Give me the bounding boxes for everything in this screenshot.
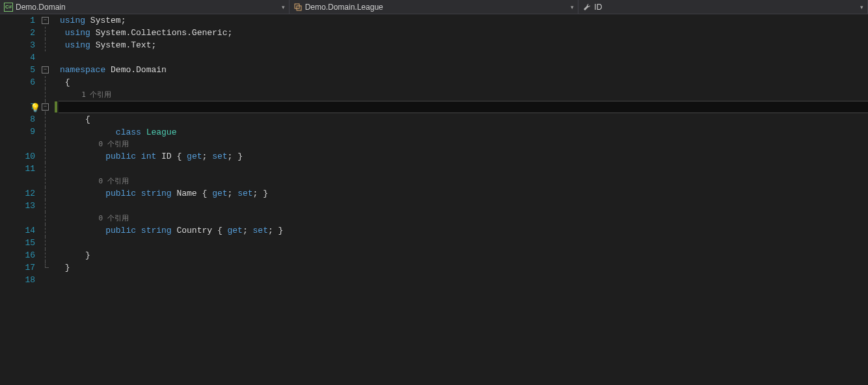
class-dropdown[interactable]: Demo.Domain.League ▾ — [290, 0, 579, 14]
class-icon — [293, 3, 303, 12]
fold-column: − − − — [42, 14, 60, 385]
code-line[interactable]: { — [60, 76, 868, 88]
line-number: 8 — [12, 113, 35, 126]
code-line[interactable]: public string Name { get; set; } — [60, 187, 868, 200]
line-number-gutter: 1 2 3 4 5 6 7 8 9 10 11 12 13 14 15 16 1… — [12, 14, 42, 385]
line-number: 9 — [12, 126, 35, 138]
line-number: 16 — [12, 249, 35, 261]
project-label: Demo.Domain — [16, 3, 278, 12]
member-label: ID — [594, 3, 857, 12]
line-number: 15 — [12, 237, 35, 249]
lightbulb-icon[interactable]: 💡 — [30, 102, 40, 114]
codelens[interactable]: 1 个引用 — [60, 88, 868, 101]
codelens[interactable]: 0 个引用 — [60, 138, 868, 150]
member-dropdown[interactable]: ID ▾ — [578, 0, 868, 14]
code-line[interactable]: public string Country { get; set; } — [60, 224, 868, 237]
codelens[interactable]: 0 个引用 — [60, 175, 868, 187]
code-line[interactable]: { — [60, 113, 868, 126]
line-number — [12, 212, 35, 224]
line-number: 11 — [12, 163, 35, 175]
code-line[interactable] — [60, 51, 868, 64]
code-line[interactable]: using System; — [60, 14, 868, 27]
code-editor[interactable]: 1 2 3 4 5 6 7 8 9 10 11 12 13 14 15 16 1… — [0, 14, 868, 385]
line-number: 2 — [12, 27, 35, 39]
code-area[interactable]: using System; using System.Collections.G… — [60, 14, 868, 385]
line-number: 6 — [12, 76, 35, 88]
line-number: 13 — [12, 200, 35, 212]
line-number — [12, 88, 35, 101]
editor-margin — [0, 14, 12, 385]
code-line[interactable] — [60, 163, 868, 175]
fold-toggle[interactable]: − — [42, 17, 49, 24]
line-number — [12, 138, 35, 150]
fold-toggle[interactable]: − — [42, 103, 49, 111]
chevron-down-icon: ▾ — [278, 4, 285, 10]
line-number: 1 — [12, 14, 35, 27]
code-line[interactable]: } — [60, 249, 868, 261]
chevron-down-icon: ▾ — [857, 4, 863, 10]
breadcrumb-bar: C# Demo.Domain ▾ Demo.Domain.League ▾ ID… — [0, 0, 868, 14]
line-number: 12 — [12, 187, 35, 200]
code-line[interactable]: } — [60, 261, 868, 274]
project-dropdown[interactable]: C# Demo.Domain ▾ — [0, 0, 290, 14]
line-number: 14 — [12, 224, 35, 237]
line-number: 10 — [12, 150, 35, 163]
code-line[interactable]: public int ID { get; set; } — [60, 150, 868, 163]
code-line[interactable] — [60, 237, 868, 249]
codelens[interactable]: 0 个引用 — [60, 212, 868, 224]
code-line-current[interactable]: 💡 class League — [59, 101, 868, 113]
code-line[interactable] — [60, 274, 868, 286]
line-number: 18 — [12, 274, 35, 286]
class-label: Demo.Domain.League — [305, 3, 568, 12]
code-line[interactable] — [60, 200, 868, 212]
csharp-icon: C# — [4, 3, 13, 12]
chevron-down-icon: ▾ — [567, 4, 574, 10]
code-line[interactable]: using System.Collections.Generic; — [60, 27, 868, 39]
code-line[interactable]: namespace Demo.Domain — [60, 64, 868, 76]
code-line[interactable] — [60, 126, 868, 138]
line-number: 3 — [12, 39, 35, 51]
code-line[interactable]: using System.Text; — [60, 39, 868, 51]
line-number: 5 — [12, 64, 35, 76]
line-number — [12, 175, 35, 187]
wrench-icon — [582, 3, 591, 12]
line-number: 4 — [12, 51, 35, 64]
change-marker — [55, 101, 57, 113]
fold-toggle[interactable]: − — [42, 66, 49, 73]
line-number: 17 — [12, 261, 35, 274]
